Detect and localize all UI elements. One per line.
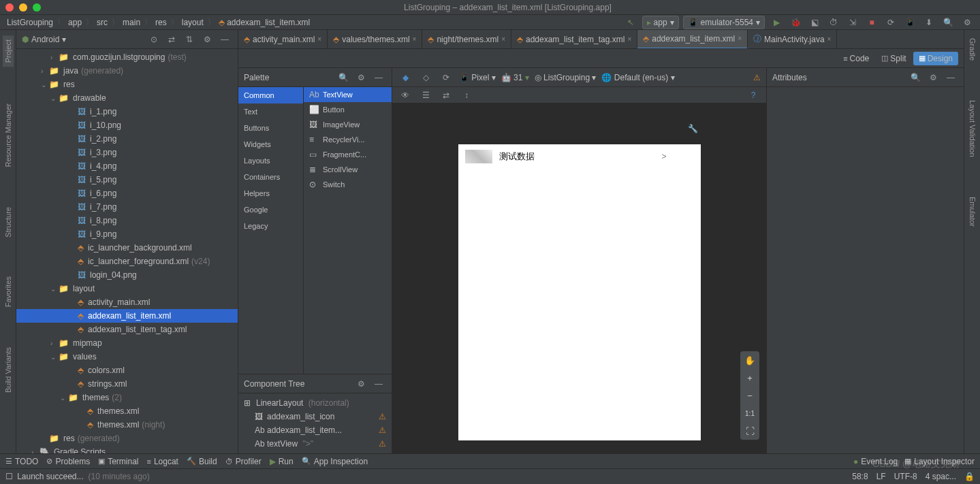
tree-item[interactable]: ⌄📁layout (16, 282, 238, 295)
tree-item[interactable]: 🖼i_8.png (16, 214, 238, 227)
close-icon[interactable]: × (827, 35, 832, 43)
zoom-fit-button[interactable]: ⛶ (740, 422, 759, 440)
tree-item[interactable]: ⬘ic_launcher_background.xml (16, 241, 238, 255)
app-inspection-tab[interactable]: 🔍 App Inspection (302, 457, 368, 466)
tree-item[interactable]: ›📁mipmap (16, 336, 238, 350)
palette-category[interactable]: Helpers (238, 185, 303, 201)
theme-picker[interactable]: ◎ ListGrouping ▾ (535, 73, 597, 82)
project-tree[interactable]: ›📁com.guozijun.listgrouping(test)›📁java(… (16, 49, 238, 453)
editor-tab[interactable]: ⬘addexam_list_item_tag.xml× (511, 30, 637, 49)
status-icon[interactable]: ☐ (5, 472, 13, 481)
tree-item[interactable]: 🖼i_10.png (16, 118, 238, 132)
tree-item[interactable]: 🖼i_6.png (16, 187, 238, 200)
preview-surface[interactable]: 🔧 测试数据 > ✋ + − 1:1 ⛶ (392, 103, 766, 453)
file-encoding[interactable]: UTF-8 (894, 472, 917, 481)
palette-category[interactable]: Widgets (238, 136, 303, 152)
editor-tab[interactable]: ⬘addexam_list_item.xml× (637, 30, 748, 49)
hide-icon[interactable]: — (217, 32, 232, 47)
crumb-src[interactable]: src (95, 18, 109, 27)
profiler-tab[interactable]: ⏱ Profiler (225, 457, 262, 466)
zoom-in-button[interactable]: + (740, 369, 759, 387)
tool-resource-manager[interactable]: Resource Manager (4, 101, 12, 170)
editor-tab[interactable]: ⒿMainActivity.java× (748, 30, 837, 49)
tool-layout-validation[interactable]: Layout Validation (968, 97, 977, 160)
palette-category[interactable]: Layouts (238, 152, 303, 169)
tool-structure[interactable]: Structure (4, 204, 12, 240)
tree-item[interactable]: ⌄📁res (16, 78, 238, 91)
logcat-tab[interactable]: ≡ Logcat (147, 457, 178, 466)
code-view-button[interactable]: ≡ Code (838, 52, 874, 65)
palette-item[interactable]: ≣ScrollView (304, 162, 392, 177)
palette-item[interactable]: ≡RecyclerVi... (304, 132, 392, 147)
tree-item[interactable]: 🖼i_1.png (16, 105, 238, 118)
crumb-res[interactable]: res (154, 18, 168, 27)
design-view-button[interactable]: ▦ Design (913, 52, 958, 65)
tree-item[interactable]: ›📁com.guozijun.listgrouping(test) (16, 50, 238, 64)
indent-setting[interactable]: 4 spac... (926, 472, 956, 481)
tool-emulator[interactable]: Emulator (968, 194, 977, 229)
surface-icon[interactable]: ◆ (398, 70, 413, 85)
list-icon[interactable]: ☰ (418, 88, 433, 103)
avd-icon[interactable]: 📱 (902, 15, 917, 30)
gear-icon[interactable]: ⚙ (926, 70, 941, 85)
expand-icon[interactable]: ⇄ (164, 32, 179, 47)
palette-category[interactable]: Google (238, 201, 303, 218)
palette-category[interactable]: Legacy (238, 218, 303, 234)
split-view-button[interactable]: ◫ Split (876, 52, 911, 65)
editor-tab[interactable]: ⬘night/themes.xml× (422, 30, 511, 49)
wrench-icon[interactable]: 🔧 (688, 124, 698, 133)
todo-tab[interactable]: ☰ TODO (5, 457, 38, 466)
run-tab[interactable]: ▶ Run (270, 457, 294, 466)
align-icon[interactable]: ↕ (459, 88, 474, 103)
close-window[interactable] (5, 3, 14, 12)
component-tree-item[interactable]: Abaddexam_list_item...⚠ (238, 423, 392, 437)
crumb-main[interactable]: main (121, 18, 142, 27)
collapse-icon[interactable]: ⇅ (182, 32, 197, 47)
tree-item[interactable]: ⬘activity_main.xml (16, 295, 238, 309)
component-tree-item[interactable]: AbtextView ">"⚠ (238, 437, 392, 451)
help-icon[interactable]: ? (746, 88, 761, 103)
tree-item[interactable]: ⌄📁values (16, 350, 238, 364)
component-tree-item[interactable]: ⊞LinearLayout (horizontal) (238, 396, 392, 410)
search-icon[interactable]: 🔍 (336, 70, 351, 85)
locate-icon[interactable]: ⊙ (146, 32, 161, 47)
api-picker[interactable]: 🤖 31 ▾ (501, 73, 529, 82)
visibility-icon[interactable]: 👁 (398, 88, 413, 103)
profile-icon[interactable]: ⏱ (826, 15, 841, 30)
tool-gradle[interactable]: Gradle (968, 35, 977, 63)
search-icon[interactable]: 🔍 (908, 70, 923, 85)
crumb-file[interactable]: ⬘ addexam_list_item.xml (217, 18, 311, 27)
palette-category[interactable]: Common (238, 87, 303, 103)
close-icon[interactable]: × (501, 35, 505, 43)
editor-tab[interactable]: ⬘values/themes.xml× (328, 30, 422, 49)
debug-icon[interactable]: 🐞 (788, 15, 803, 30)
tool-favorites[interactable]: Favorites (4, 274, 12, 310)
blueprint-icon[interactable]: ◇ (418, 70, 433, 85)
device-picker[interactable]: 📱 Pixel ▾ (459, 73, 496, 82)
component-tree-item[interactable]: 🖼addexam_list_icon⚠ (238, 410, 392, 423)
tree-item[interactable]: ⬘ic_launcher_foreground.xml(v24) (16, 255, 238, 268)
search-icon[interactable]: 🔍 (941, 15, 955, 30)
tree-item[interactable]: ⬘addexam_list_item.xml (16, 309, 238, 323)
gear-icon[interactable]: ⚙ (353, 70, 368, 85)
palette-category[interactable]: Buttons (238, 120, 303, 136)
close-icon[interactable]: × (413, 35, 417, 43)
palette-category[interactable]: Text (238, 103, 303, 120)
tree-item[interactable]: ⬘addexam_list_item_tag.xml (16, 323, 238, 336)
warning-icon[interactable]: ⚠ (753, 73, 761, 82)
palette-category[interactable]: Containers (238, 169, 303, 185)
hide-icon[interactable]: — (371, 70, 386, 85)
locale-picker[interactable]: 🌐 Default (en-us) ▾ (601, 73, 674, 82)
stop-icon[interactable]: ■ (864, 15, 879, 30)
project-view-selector[interactable]: ⬢Android▾ (22, 35, 66, 44)
tree-item[interactable]: ⬘colors.xml (16, 364, 238, 377)
tree-item[interactable]: 🖼login_04.png (16, 268, 238, 282)
crumb-app[interactable]: app (67, 18, 83, 27)
coverage-icon[interactable]: ⬕ (807, 15, 822, 30)
tree-item[interactable]: 📁res(generated) (16, 432, 238, 445)
event-log-tab[interactable]: ● Event Log (853, 457, 898, 466)
tree-item[interactable]: ⬘strings.xml (16, 377, 238, 391)
hide-icon[interactable]: — (943, 70, 958, 85)
orientation-icon[interactable]: ⟳ (439, 70, 454, 85)
sync-icon[interactable]: ⟳ (883, 15, 898, 30)
